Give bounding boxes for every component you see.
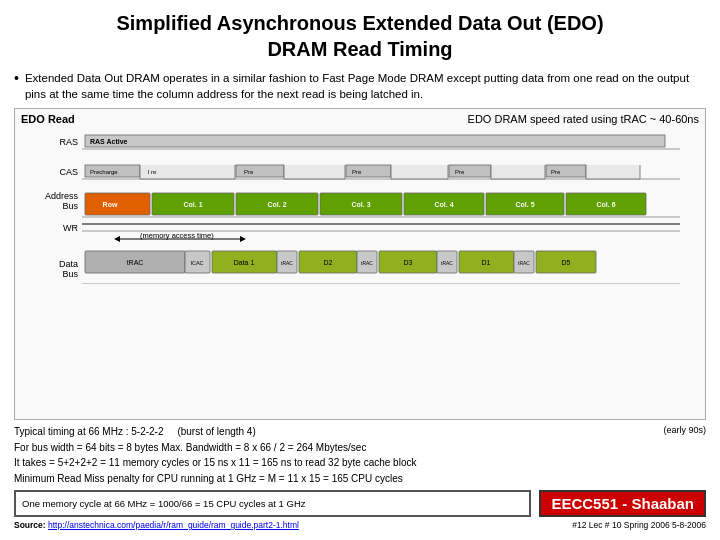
source-url[interactable]: http://anstechnica.com/paedia/r/ram_guid… xyxy=(48,520,299,530)
edo-read-label: EDO Read xyxy=(21,113,75,125)
svg-text:D5: D5 xyxy=(562,259,571,266)
bullet-icon: • xyxy=(14,70,19,102)
svg-marker-40 xyxy=(114,236,120,242)
main-page: Simplified Asynchronous Extended Data Ou… xyxy=(0,0,720,540)
svg-text:ICAC: ICAC xyxy=(190,260,203,266)
svg-text:Col. 6: Col. 6 xyxy=(596,201,615,208)
svg-marker-41 xyxy=(240,236,246,242)
timing-svg: RAS CAS Address Bus WR Data Bus RAS Acti… xyxy=(21,129,699,289)
stat-line4: Minimum Read Miss penalty for CPU runnin… xyxy=(14,471,706,487)
page-title: Simplified Asynchronous Extended Data Ou… xyxy=(14,10,706,62)
stats-section: Typical timing at 66 MHz : 5-2-2-2 (burs… xyxy=(14,424,706,486)
svg-rect-8 xyxy=(85,135,665,147)
svg-rect-23 xyxy=(85,193,150,215)
bullet-section: • Extended Data Out DRAM operates in a s… xyxy=(14,70,706,102)
svg-text:Col. 3: Col. 3 xyxy=(351,201,370,208)
bottom-row: One memory cycle at 66 MHz = 1000/66 = 1… xyxy=(14,490,706,517)
page-info: #12 Lec # 10 Spring 2006 5-8-2006 xyxy=(572,520,706,530)
svg-text:Precharge: Precharge xyxy=(90,169,118,175)
svg-text:Pre: Pre xyxy=(352,169,362,175)
memory-cycle-box: One memory cycle at 66 MHz = 1000/66 = 1… xyxy=(14,490,531,517)
svg-text:(memory access time): (memory access time) xyxy=(140,231,214,240)
timing-header: EDO Read EDO DRAM speed rated using tRAC… xyxy=(21,113,699,125)
svg-text:D1: D1 xyxy=(482,259,491,266)
svg-text:D2: D2 xyxy=(324,259,333,266)
svg-text:RAS Active: RAS Active xyxy=(90,138,128,145)
svg-text:Pre: Pre xyxy=(455,169,465,175)
svg-text:Col. 2: Col. 2 xyxy=(267,201,286,208)
svg-text:Row: Row xyxy=(103,201,118,208)
svg-text:Bus: Bus xyxy=(62,269,78,279)
edo-speed-label: EDO DRAM speed rated using tRAC ~ 40-60n… xyxy=(468,113,699,125)
svg-text:Data 1: Data 1 xyxy=(234,259,255,266)
svg-text:tRAC: tRAC xyxy=(281,260,293,266)
bullet-text: Extended Data Out DRAM operates in a sim… xyxy=(25,70,706,102)
svg-text:RAS: RAS xyxy=(59,137,78,147)
svg-text:Col. 4: Col. 4 xyxy=(434,201,453,208)
source-label: Source: xyxy=(14,520,46,530)
svg-text:tRAC: tRAC xyxy=(441,260,453,266)
stat-line3: It takes = 5+2+2+2 = 11 memory cycles or… xyxy=(14,455,706,471)
svg-text:Address: Address xyxy=(45,191,79,201)
source-row: Source: http://anstechnica.com/paedia/r/… xyxy=(14,520,706,530)
stat-line1: Typical timing at 66 MHz : 5-2-2-2 (burs… xyxy=(14,424,706,440)
svg-text:tRAC: tRAC xyxy=(518,260,530,266)
svg-text:Col. 1: Col. 1 xyxy=(183,201,202,208)
svg-text:Data: Data xyxy=(59,259,78,269)
stat-line2: For bus width = 64 bits = 8 bytes Max. B… xyxy=(14,440,706,456)
svg-text:D3: D3 xyxy=(404,259,413,266)
svg-text:tRAC: tRAC xyxy=(127,259,144,266)
svg-text:WR: WR xyxy=(63,223,78,233)
svg-text:Col. 5: Col. 5 xyxy=(515,201,534,208)
memory-cycle-text: One memory cycle at 66 MHz = 1000/66 = 1… xyxy=(22,498,306,509)
svg-text:Pre: Pre xyxy=(551,169,561,175)
svg-text:CAS: CAS xyxy=(59,167,78,177)
source-text: Source: http://anstechnica.com/paedia/r/… xyxy=(14,520,299,530)
svg-text:l re: l re xyxy=(148,169,157,175)
svg-text:Bus: Bus xyxy=(62,201,78,211)
svg-text:tRAC: tRAC xyxy=(361,260,373,266)
eecc-box: EECC551 - Shaaban xyxy=(539,490,706,517)
timing-diagram-area: EDO Read EDO DRAM speed rated using tRAC… xyxy=(14,108,706,420)
eecc-label: EECC551 - Shaaban xyxy=(551,495,694,512)
svg-text:Pre: Pre xyxy=(244,169,254,175)
